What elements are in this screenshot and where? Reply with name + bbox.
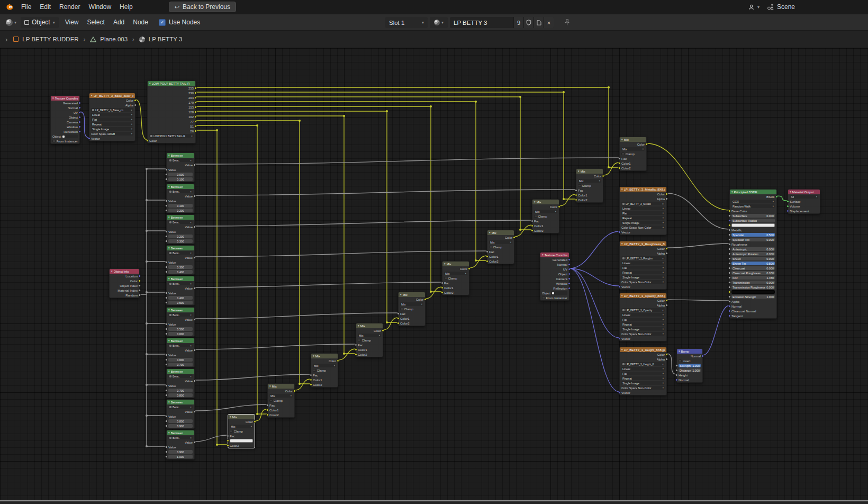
value-slider[interactable]: 0.600: [168, 358, 193, 362]
node-between-9[interactable]: ▾BetweenBetw..×ValueValue0.8000.900: [166, 399, 195, 429]
repeat-dropdown[interactable]: Repeat▾: [621, 271, 665, 274]
fake-user-shield-button[interactable]: [523, 17, 534, 28]
between-10-slider-input-socket[interactable]: [165, 451, 168, 453]
collapse-icon[interactable]: ▾: [168, 309, 170, 311]
blender-logo-icon[interactable]: [4, 3, 14, 11]
node-between-1[interactable]: ▾BetweenBetw..×ValueValue0.0000.100: [166, 152, 195, 182]
group-lowpoly-betty-tail-color-input-socket[interactable]: [146, 139, 149, 142]
between-5-value-output-socket[interactable]: [193, 287, 196, 290]
color1-color-swatch[interactable]: [230, 439, 253, 443]
collapse-icon[interactable]: ▾: [400, 293, 402, 296]
between-6-value-output-socket[interactable]: [193, 318, 196, 321]
group-lowpoly-betty-tail-179-output-socket[interactable]: [194, 101, 197, 104]
node-mix-3[interactable]: ▾MixColorMix▾ClampFacColor1Color2: [311, 353, 338, 388]
lp-betty-3-roughn-datablock-field[interactable]: LP_BETTY_3_Roughn×: [621, 256, 665, 260]
between-3-slider-input-socket[interactable]: [165, 235, 168, 238]
node-mix-8[interactable]: ▾MixColorMix▾ClampFacColor1Color2: [532, 199, 559, 233]
menu-window[interactable]: Window: [84, 2, 115, 12]
unlink-icon[interactable]: ×: [190, 190, 192, 193]
node-header-img-opacity[interactable]: ▾LP_BETTY_3_Opacity_8X8.jpg: [620, 293, 666, 298]
breadcrumb-mesh-name[interactable]: Plane.003: [100, 36, 128, 42]
node-img-metallic[interactable]: ▾LP_BETTY_3_Metallic_8X8.jpgColorAlphaLP…: [619, 186, 667, 235]
between-10-value-input-socket[interactable]: [165, 446, 168, 448]
unlink-icon[interactable]: ×: [191, 134, 193, 138]
collapse-icon[interactable]: ▾: [91, 94, 93, 97]
unlink-icon[interactable]: ×: [131, 109, 132, 112]
mix-dropdown[interactable]: Mix▾: [313, 364, 336, 367]
principled-bsdf-ior-input-socket[interactable]: [728, 276, 731, 279]
between-3-value-output-socket[interactable]: [193, 226, 196, 228]
use-nodes-checkbox[interactable]: ✓: [159, 19, 166, 26]
value-slider[interactable]: 0.900: [168, 424, 193, 428]
material-users-button[interactable]: 9: [513, 17, 523, 28]
repeat-dropdown[interactable]: Repeat▾: [91, 122, 133, 126]
node-header-between-4[interactable]: ▾Between: [167, 246, 194, 250]
principled-bsdf-transmission-input-socket[interactable]: [728, 281, 731, 284]
group-lowpoly-betty-tail-204-output-socket[interactable]: [194, 96, 197, 99]
object-info-material-index-output-socket[interactable]: [138, 289, 141, 292]
node-header-img-roughness[interactable]: ▾LP_BETTY_3_Roughness_8X8.jpg: [620, 241, 666, 246]
img-opacity-alpha-output-socket[interactable]: [665, 304, 668, 307]
mix-10-color1-input-socket[interactable]: [618, 162, 621, 165]
node-header-between-9[interactable]: ▾Between: [167, 400, 194, 404]
flat-dropdown[interactable]: Flat▾: [91, 118, 133, 121]
mix-2-color-output-socket[interactable]: [293, 390, 296, 392]
node-between-4[interactable]: ▾BetweenBetw..×ValueValue0.3000.400: [166, 245, 195, 275]
linear-dropdown[interactable]: Linear▾: [621, 367, 665, 371]
between-9-value-output-socket[interactable]: [193, 410, 196, 413]
lp-betty-3-height-8-datablock-field[interactable]: LP_BETTY_3_Height_8×: [621, 362, 665, 366]
group-lowpoly-betty-tail-153-output-socket[interactable]: [194, 106, 197, 109]
repeat-dropdown[interactable]: Repeat▾: [621, 376, 665, 380]
node-header-between-5[interactable]: ▾Between: [167, 276, 194, 281]
unlink-icon[interactable]: ×: [190, 282, 192, 285]
value-slider[interactable]: 0.700: [168, 363, 193, 366]
principled-bsdf-anisotropic-input-socket[interactable]: [728, 248, 731, 250]
node-header-mix-5[interactable]: ▾Mix: [399, 292, 425, 297]
from-instancer-checkbox[interactable]: [542, 296, 545, 300]
linear-dropdown[interactable]: Linear▾: [621, 313, 665, 317]
between-6-slider-input-socket[interactable]: [165, 332, 168, 335]
node-header-material-output[interactable]: ▾Material Output: [788, 190, 820, 194]
between-2-slider-input-socket[interactable]: [165, 209, 168, 212]
node-header-between-7[interactable]: ▾Between: [167, 338, 194, 343]
clearcoat-roughness-slider[interactable]: Clearcoat Roughness0.030: [731, 271, 775, 275]
group-lowpoly-betty-tail-128-output-socket[interactable]: [194, 111, 197, 113]
mix-2-color2-input-socket[interactable]: [266, 413, 269, 416]
img-basecolor-color-output-socket[interactable]: [134, 99, 137, 102]
node-between-6[interactable]: ▾BetweenBetw..×ValueValue0.5000.600: [166, 307, 195, 337]
mix-2-fac-input-socket[interactable]: [266, 404, 269, 407]
node-img-basecolor[interactable]: ▾LP_BETTY_3_Base_color_8X8.jpgColorAlpha…: [89, 93, 135, 141]
sheen-tint-slider[interactable]: Sheen Tint0.500: [731, 262, 775, 265]
value-slider[interactable]: 0.600: [168, 332, 193, 336]
mix-4-color-output-socket[interactable]: [382, 329, 384, 332]
principled-bsdf-sheen-input-socket[interactable]: [728, 257, 731, 260]
group-lowpoly-betty-tail-51-output-socket[interactable]: [194, 125, 197, 128]
collapse-icon[interactable]: ▾: [168, 339, 170, 342]
node-material-output[interactable]: ▾Material OutputAll▾SurfaceVolumeDisplac…: [788, 189, 820, 214]
mix-6-color-output-socket[interactable]: [468, 267, 471, 270]
object-info-object-index-output-socket[interactable]: [138, 284, 141, 287]
texcoord-left-object-output-socket[interactable]: [78, 116, 81, 119]
node-header-object-info[interactable]: ▾Object Info: [110, 269, 139, 274]
distance-slider[interactable]: Distance1.000: [679, 368, 701, 372]
color-space-dropdown[interactable]: Non-Color▾: [637, 386, 665, 390]
collapse-icon[interactable]: ▾: [358, 325, 359, 327]
texcoord-left-camera-output-socket[interactable]: [78, 121, 81, 123]
mix-3-color1-input-socket[interactable]: [310, 379, 312, 381]
lp-betty-3-opacity-datablock-field[interactable]: LP_BETTY_3_Opacity×: [621, 308, 665, 312]
all-dropdown[interactable]: All▾: [790, 195, 818, 199]
unlink-icon[interactable]: ×: [190, 221, 192, 224]
emission-color-swatch[interactable]: [731, 290, 775, 294]
value-slider[interactable]: 0.800: [168, 419, 193, 423]
mix-dropdown[interactable]: Mix▾: [621, 147, 645, 151]
betw-datablock-field[interactable]: Betw..×: [168, 405, 193, 409]
node-img-height[interactable]: ▾LP_BETTY_3_Height_8X8.jpgColorAlphaLP_B…: [619, 347, 667, 395]
node-group-lowpoly-betty-tail[interactable]: ▾LOW POLY BETTY TAIL-R255230204179153128…: [147, 80, 196, 143]
value-slider[interactable]: 0.100: [168, 204, 193, 208]
collapse-icon[interactable]: ▾: [111, 270, 113, 273]
clamp-checkbox[interactable]: [489, 246, 492, 249]
menu-help[interactable]: Help: [115, 2, 137, 12]
subsurface-slider[interactable]: Subsurface0.000: [731, 214, 775, 218]
low-poly-betty-tail-r-datablock-field[interactable]: LOW POLY BETTY TAIL-R×: [149, 134, 194, 138]
collapse-icon[interactable]: ▾: [578, 170, 580, 173]
